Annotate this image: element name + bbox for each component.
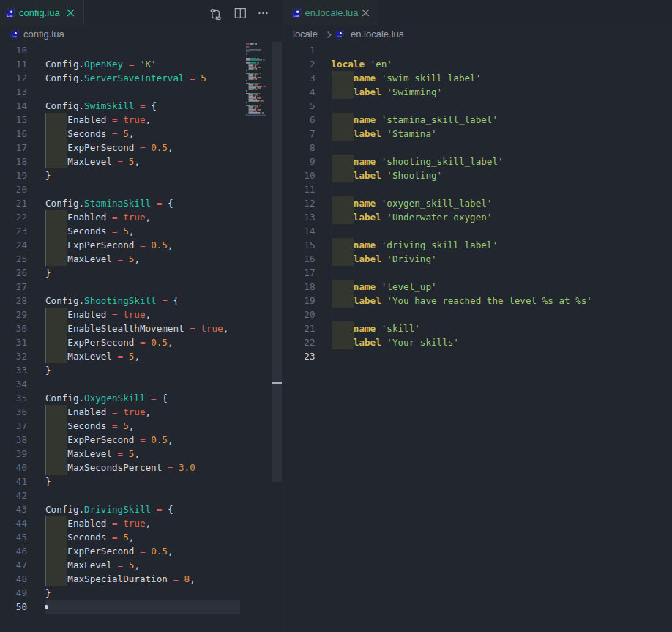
code-line[interactable]: ExpPerSecond = 0.5, (45, 433, 173, 447)
code-line[interactable]: } (45, 168, 51, 182)
line-number[interactable]: 34 (0, 377, 27, 391)
code-line[interactable]: Config.StaminaSkill = { (45, 196, 173, 210)
line-number[interactable]: 13 (0, 85, 27, 99)
line-number[interactable]: 15 (0, 113, 27, 127)
line-number[interactable]: 22 (283, 335, 316, 349)
line-number[interactable]: 13 (283, 210, 316, 224)
line-number[interactable]: 16 (0, 127, 27, 141)
code-line[interactable]: ExpPerSecond = 0.5, (45, 238, 173, 252)
line-number[interactable]: 31 (0, 335, 27, 349)
line-number[interactable]: 4 (283, 85, 316, 99)
code-line[interactable]: Config.OxygenSkill = { (45, 391, 168, 405)
code-line[interactable]: Enabled = true, (45, 516, 151, 530)
line-number[interactable]: 10 (0, 43, 27, 57)
code-line[interactable]: name 'skill' (332, 321, 420, 335)
code-line[interactable]: MaxLevel = 5, (45, 252, 140, 266)
code-line[interactable]: MaxSpecialDuration = 8, (45, 572, 195, 586)
code-line[interactable]: ExpPerSecond = 0.5, (45, 544, 173, 558)
code-line[interactable]: label 'Driving' (332, 252, 437, 266)
line-number[interactable]: 37 (0, 419, 27, 433)
code-line[interactable]: Seconds = 5, (45, 224, 134, 238)
line-number[interactable]: 19 (0, 168, 27, 182)
line-number[interactable]: 17 (283, 266, 316, 280)
code-line[interactable]: name 'stamina_skill_label' (332, 113, 499, 127)
line-number[interactable]: 50 (0, 600, 27, 614)
line-number[interactable]: 29 (0, 308, 27, 321)
line-number[interactable]: 12 (283, 196, 316, 210)
code-line[interactable]: MaxLevel = 5, (45, 155, 140, 168)
code-line[interactable]: name 'driving_skill_label' (332, 238, 499, 252)
code-line[interactable]: label 'Swimming' (332, 85, 443, 99)
line-number[interactable]: 8 (283, 141, 316, 155)
line-number[interactable]: 6 (283, 113, 316, 127)
code-line[interactable]: Config.ShootingSkill = { (45, 294, 179, 308)
line-number[interactable]: 46 (0, 544, 27, 558)
line-number[interactable]: 48 (0, 572, 27, 586)
line-number[interactable]: 27 (0, 280, 27, 294)
line-number[interactable]: 38 (0, 433, 27, 447)
code-line[interactable]: Seconds = 5, (45, 419, 134, 433)
line-number[interactable]: 12 (0, 71, 27, 85)
line-number[interactable]: 47 (0, 558, 27, 572)
code-line[interactable]: label 'Shooting' (332, 168, 443, 182)
line-number[interactable]: 20 (283, 308, 316, 321)
tab-en-locale-lua[interactable]: Lua en.locale.lua (283, 0, 378, 26)
code-line[interactable]: Config.ServerSaveInterval = 5 (45, 71, 206, 85)
line-number[interactable]: 43 (0, 502, 27, 516)
line-number[interactable]: 7 (283, 127, 316, 141)
code-line[interactable]: Enabled = true, (45, 210, 151, 224)
code-line[interactable]: ExpPerSecond = 0.5, (45, 141, 173, 155)
code-line[interactable]: Enabled = true, (45, 113, 151, 127)
line-number[interactable]: 11 (283, 182, 316, 196)
line-number[interactable]: 49 (0, 586, 27, 600)
line-number[interactable]: 40 (0, 461, 27, 475)
code-line[interactable]: Seconds = 5, (45, 530, 134, 544)
line-number[interactable]: 32 (0, 349, 27, 363)
line-number[interactable]: 9 (283, 155, 316, 168)
code-line[interactable]: label 'Underwater oxygen' (332, 210, 493, 224)
code-line[interactable]: Enabled = true, (45, 405, 151, 419)
minimap[interactable] (246, 43, 266, 131)
code-line[interactable]: MaxLevel = 5, (45, 558, 140, 572)
line-number[interactable]: 5 (283, 99, 316, 113)
line-number[interactable]: 18 (0, 155, 27, 168)
code-line[interactable]: name 'level_up' (332, 280, 437, 294)
code-line[interactable]: label 'Stamina' (332, 127, 437, 141)
more-actions-button[interactable] (257, 7, 269, 19)
code-line[interactable]: label 'Your skills' (332, 335, 459, 349)
line-number[interactable]: 42 (0, 488, 27, 502)
code-line[interactable]: locale 'en' (332, 57, 392, 71)
line-number[interactable]: 41 (0, 475, 27, 488)
code-line[interactable]: MaxSecondsPercent = 3.0 (45, 461, 195, 475)
line-number[interactable]: 23 (283, 349, 316, 363)
code-line[interactable]: name 'swim_skill_label' (332, 71, 482, 85)
breadcrumb-item[interactable]: config.lua (23, 26, 64, 43)
code-line[interactable]: Config.DrivingSkill = { (45, 502, 173, 516)
code-line[interactable]: name 'oxygen_skill_label' (332, 196, 493, 210)
line-number[interactable]: 28 (0, 294, 27, 308)
close-icon[interactable] (361, 8, 370, 18)
line-number[interactable]: 11 (0, 57, 27, 71)
line-number[interactable]: 30 (0, 321, 27, 335)
code-line[interactable]: MaxLevel = 5, (45, 447, 140, 461)
code-line[interactable]: } (45, 266, 51, 280)
code-line[interactable]: EnableStealthMovement = true, (45, 321, 228, 335)
line-number[interactable]: 25 (0, 252, 27, 266)
code-editor-left[interactable]: 1011Config.OpenKey = 'K'12Config.ServerS… (0, 43, 283, 632)
line-number[interactable]: 45 (0, 530, 27, 544)
scrollbar-slider[interactable] (272, 42, 283, 482)
line-number[interactable]: 2 (283, 57, 316, 71)
line-number[interactable]: 39 (0, 447, 27, 461)
line-number[interactable]: 15 (283, 238, 316, 252)
line-number[interactable]: 19 (283, 294, 316, 308)
line-number[interactable]: 21 (0, 196, 27, 210)
split-editor-button[interactable] (234, 7, 246, 19)
line-number[interactable]: 24 (0, 238, 27, 252)
code-line[interactable]: } (45, 586, 51, 600)
breadcrumb-item[interactable]: en.locale.lua (351, 26, 404, 43)
line-number[interactable]: 1 (283, 43, 316, 57)
code-line[interactable]: name 'shooting_skill_label' (332, 155, 504, 168)
code-line[interactable]: label 'You have reached the level %s at … (332, 294, 592, 308)
code-line[interactable]: Config.OpenKey = 'K' (45, 57, 157, 71)
code-line[interactable]: Config.SwimSkill = { (45, 99, 157, 113)
